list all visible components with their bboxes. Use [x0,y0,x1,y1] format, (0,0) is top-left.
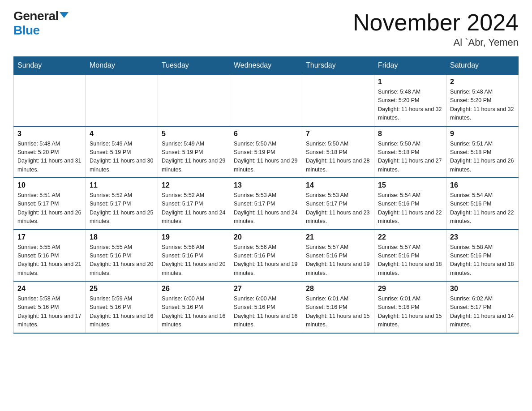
day-info: Sunrise: 5:56 AMSunset: 5:16 PMDaylight:… [234,243,298,278]
calendar-day-cell: 9Sunrise: 5:51 AMSunset: 5:18 PMDaylight… [446,126,519,178]
calendar-day-cell: 14Sunrise: 5:53 AMSunset: 5:17 PMDayligh… [302,178,374,230]
calendar-day-cell: 2Sunrise: 5:48 AMSunset: 5:20 PMDaylight… [446,74,519,126]
location: Al `Abr, Yemen [353,37,519,48]
calendar-weekday-header: Thursday [302,57,374,75]
day-number: 2 [450,78,515,86]
day-info: Sunrise: 6:01 AMSunset: 5:16 PMDaylight:… [306,295,370,330]
day-info: Sunrise: 5:57 AMSunset: 5:16 PMDaylight:… [378,243,442,278]
calendar-day-cell: 7Sunrise: 5:50 AMSunset: 5:18 PMDaylight… [302,126,374,178]
calendar-day-cell: 17Sunrise: 5:55 AMSunset: 5:16 PMDayligh… [14,230,86,282]
day-info: Sunrise: 5:48 AMSunset: 5:20 PMDaylight:… [450,88,515,123]
logo-arrow-icon [60,12,69,18]
day-number: 12 [162,181,226,189]
day-number: 23 [450,233,515,241]
day-info: Sunrise: 6:00 AMSunset: 5:16 PMDaylight:… [234,295,298,330]
day-info: Sunrise: 6:02 AMSunset: 5:17 PMDaylight:… [450,295,515,330]
calendar-day-cell: 1Sunrise: 5:48 AMSunset: 5:20 PMDaylight… [374,74,446,126]
calendar-day-cell: 23Sunrise: 5:58 AMSunset: 5:16 PMDayligh… [446,230,519,282]
calendar-day-cell: 4Sunrise: 5:49 AMSunset: 5:19 PMDaylight… [86,126,158,178]
calendar-weekday-header: Saturday [446,57,519,75]
calendar-day-cell: 24Sunrise: 5:58 AMSunset: 5:16 PMDayligh… [14,281,86,333]
day-number: 8 [378,130,442,138]
calendar-day-cell: 20Sunrise: 5:56 AMSunset: 5:16 PMDayligh… [230,230,302,282]
day-number: 5 [162,130,226,138]
day-info: Sunrise: 5:52 AMSunset: 5:17 PMDaylight:… [162,191,226,226]
day-info: Sunrise: 5:51 AMSunset: 5:17 PMDaylight:… [17,191,82,226]
day-info: Sunrise: 5:53 AMSunset: 5:17 PMDaylight:… [234,191,298,226]
calendar-day-cell: 28Sunrise: 6:01 AMSunset: 5:16 PMDayligh… [302,281,374,333]
calendar-week-row: 24Sunrise: 5:58 AMSunset: 5:16 PMDayligh… [14,281,519,333]
calendar-table: SundayMondayTuesdayWednesdayThursdayFrid… [13,56,519,334]
calendar-day-cell: 29Sunrise: 6:01 AMSunset: 5:16 PMDayligh… [374,281,446,333]
day-info: Sunrise: 5:53 AMSunset: 5:17 PMDaylight:… [306,191,370,226]
day-info: Sunrise: 6:01 AMSunset: 5:16 PMDaylight:… [378,295,442,330]
calendar-weekday-header: Tuesday [158,57,230,75]
day-info: Sunrise: 5:52 AMSunset: 5:17 PMDaylight:… [90,191,154,226]
day-info: Sunrise: 5:48 AMSunset: 5:20 PMDaylight:… [378,88,442,123]
calendar-weekday-header: Wednesday [230,57,302,75]
calendar-day-cell: 25Sunrise: 5:59 AMSunset: 5:16 PMDayligh… [86,281,158,333]
calendar-day-cell: 27Sunrise: 6:00 AMSunset: 5:16 PMDayligh… [230,281,302,333]
calendar-week-row: 17Sunrise: 5:55 AMSunset: 5:16 PMDayligh… [14,230,519,282]
day-number: 9 [450,130,515,138]
day-number: 21 [306,233,370,241]
day-number: 19 [162,233,226,241]
calendar-day-cell: 30Sunrise: 6:02 AMSunset: 5:17 PMDayligh… [446,281,519,333]
day-info: Sunrise: 5:54 AMSunset: 5:16 PMDaylight:… [450,191,515,226]
calendar-day-cell [302,74,374,126]
day-number: 14 [306,181,370,189]
day-number: 22 [378,233,442,241]
day-number: 6 [234,130,298,138]
calendar-day-cell: 26Sunrise: 6:00 AMSunset: 5:16 PMDayligh… [158,281,230,333]
calendar-day-cell [230,74,302,126]
title-block: November 2024 Al `Abr, Yemen [353,9,519,48]
day-info: Sunrise: 5:55 AMSunset: 5:16 PMDaylight:… [17,243,82,278]
day-number: 26 [162,285,226,293]
calendar-day-cell: 11Sunrise: 5:52 AMSunset: 5:17 PMDayligh… [86,178,158,230]
day-number: 10 [17,181,82,189]
calendar-day-cell: 15Sunrise: 5:54 AMSunset: 5:16 PMDayligh… [374,178,446,230]
calendar-day-cell: 10Sunrise: 5:51 AMSunset: 5:17 PMDayligh… [14,178,86,230]
day-info: Sunrise: 5:49 AMSunset: 5:19 PMDaylight:… [90,140,154,175]
calendar-day-cell [86,74,158,126]
day-number: 7 [306,130,370,138]
day-info: Sunrise: 5:59 AMSunset: 5:16 PMDaylight:… [90,295,154,330]
logo-general-text: General [13,9,59,23]
calendar-day-cell: 3Sunrise: 5:48 AMSunset: 5:20 PMDaylight… [14,126,86,178]
day-info: Sunrise: 5:48 AMSunset: 5:20 PMDaylight:… [17,140,82,175]
day-number: 17 [17,233,82,241]
calendar-week-row: 1Sunrise: 5:48 AMSunset: 5:20 PMDaylight… [14,74,519,126]
day-number: 29 [378,285,442,293]
day-info: Sunrise: 5:56 AMSunset: 5:16 PMDaylight:… [162,243,226,278]
day-number: 4 [90,130,154,138]
day-number: 13 [234,181,298,189]
calendar-header-row: SundayMondayTuesdayWednesdayThursdayFrid… [14,57,519,75]
logo: General Blue [13,9,69,38]
day-number: 30 [450,285,515,293]
day-info: Sunrise: 6:00 AMSunset: 5:16 PMDaylight:… [162,295,226,330]
page-header: General Blue November 2024 Al `Abr, Yeme… [13,9,519,48]
calendar-day-cell: 16Sunrise: 5:54 AMSunset: 5:16 PMDayligh… [446,178,519,230]
day-number: 20 [234,233,298,241]
calendar-day-cell: 13Sunrise: 5:53 AMSunset: 5:17 PMDayligh… [230,178,302,230]
calendar-weekday-header: Friday [374,57,446,75]
day-info: Sunrise: 5:55 AMSunset: 5:16 PMDaylight:… [90,243,154,278]
calendar-day-cell: 19Sunrise: 5:56 AMSunset: 5:16 PMDayligh… [158,230,230,282]
day-number: 1 [378,78,442,86]
day-number: 3 [17,130,82,138]
calendar-day-cell: 5Sunrise: 5:49 AMSunset: 5:19 PMDaylight… [158,126,230,178]
day-info: Sunrise: 5:49 AMSunset: 5:19 PMDaylight:… [162,140,226,175]
day-info: Sunrise: 5:57 AMSunset: 5:16 PMDaylight:… [306,243,370,278]
calendar-week-row: 3Sunrise: 5:48 AMSunset: 5:20 PMDaylight… [14,126,519,178]
day-number: 16 [450,181,515,189]
month-title: November 2024 [353,9,519,36]
calendar-day-cell: 8Sunrise: 5:50 AMSunset: 5:18 PMDaylight… [374,126,446,178]
calendar-week-row: 10Sunrise: 5:51 AMSunset: 5:17 PMDayligh… [14,178,519,230]
calendar-day-cell [14,74,86,126]
calendar-day-cell: 18Sunrise: 5:55 AMSunset: 5:16 PMDayligh… [86,230,158,282]
calendar-day-cell: 21Sunrise: 5:57 AMSunset: 5:16 PMDayligh… [302,230,374,282]
day-info: Sunrise: 5:50 AMSunset: 5:19 PMDaylight:… [234,140,298,175]
calendar-day-cell: 12Sunrise: 5:52 AMSunset: 5:17 PMDayligh… [158,178,230,230]
day-info: Sunrise: 5:50 AMSunset: 5:18 PMDaylight:… [306,140,370,175]
calendar-day-cell [158,74,230,126]
